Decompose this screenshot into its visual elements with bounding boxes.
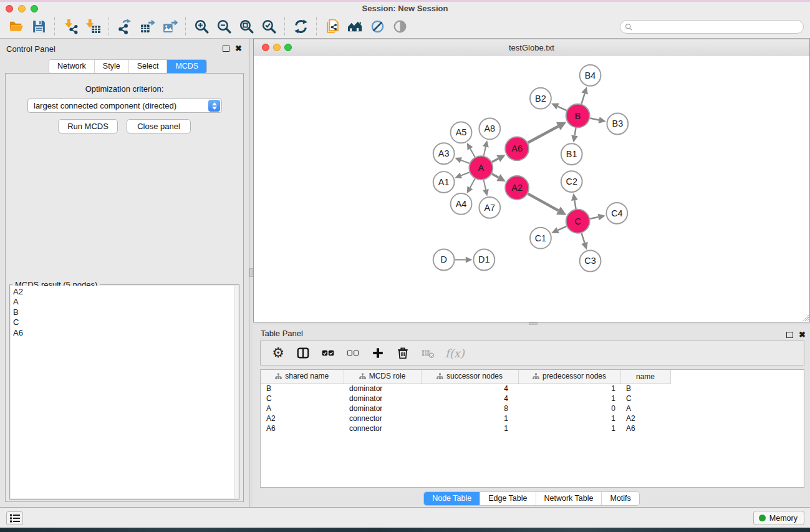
dropdown-stepper-icon[interactable] xyxy=(208,100,220,112)
zoom-out-icon[interactable] xyxy=(213,17,235,37)
node-B2[interactable]: B2 xyxy=(530,88,551,109)
edge-B-B3[interactable] xyxy=(590,118,599,120)
cell-successor-nodes[interactable]: 1 xyxy=(421,423,518,433)
refresh-layout-icon[interactable] xyxy=(289,17,312,37)
list-scrollbar[interactable] xyxy=(234,286,238,498)
tab-mcds[interactable]: MCDS xyxy=(167,60,206,73)
cell-MCDS-role[interactable]: connector xyxy=(344,414,421,423)
edge-A-A3[interactable] xyxy=(461,160,470,163)
float-panel-icon[interactable] xyxy=(223,46,229,52)
edge-C-C3[interactable] xyxy=(582,233,585,243)
table-row[interactable]: A6connector11A6 xyxy=(261,423,670,433)
function-builder-icon[interactable]: f(x) xyxy=(445,344,465,362)
search-input[interactable] xyxy=(635,21,803,32)
cell-predecessor-nodes[interactable]: 1 xyxy=(518,394,620,404)
cell-MCDS-role[interactable]: dominator xyxy=(344,394,421,404)
network-canvas[interactable]: B4B2BB3A8A5A6A3B1AC2A1A2A4A7C4CC1DD1C3 xyxy=(254,56,809,322)
edge-C-C1[interactable] xyxy=(558,226,567,230)
cell-shared-name[interactable]: A xyxy=(261,404,344,414)
node-A7[interactable]: A7 xyxy=(479,197,500,218)
tab-motifs[interactable]: Motifs xyxy=(602,492,639,505)
split-panel-icon[interactable] xyxy=(296,344,311,362)
zoom-in-icon[interactable] xyxy=(190,17,213,37)
node-B1[interactable]: B1 xyxy=(561,143,582,165)
edge-A-A7[interactable] xyxy=(484,180,486,190)
tab-node-table[interactable]: Node Table xyxy=(424,492,480,505)
close-panel-icon[interactable]: ✖ xyxy=(235,44,242,53)
edge-B-B1[interactable] xyxy=(575,128,576,135)
column-header-MCDS-role[interactable]: MCDS role xyxy=(344,370,421,384)
column-header-successor-nodes[interactable]: successor nodes xyxy=(421,370,518,384)
select-all-icon[interactable] xyxy=(321,344,335,362)
cell-successor-nodes[interactable]: 8 xyxy=(421,404,518,414)
node-C1[interactable]: C1 xyxy=(530,228,551,249)
hide-panels-icon[interactable] xyxy=(366,17,388,37)
zoom-fit-icon[interactable] xyxy=(235,17,258,37)
node-C2[interactable]: C2 xyxy=(561,171,582,192)
node-A2[interactable]: A2 xyxy=(505,176,529,200)
memory-button[interactable]: Memory xyxy=(753,511,804,525)
run-mcds-button[interactable]: Run MCDS xyxy=(58,119,118,133)
tab-select[interactable]: Select xyxy=(129,60,168,73)
cell-successor-nodes[interactable]: 1 xyxy=(421,414,518,423)
cell-name[interactable]: B xyxy=(620,384,670,394)
export-image-icon[interactable] xyxy=(158,17,181,37)
edge-A6-B[interactable] xyxy=(528,126,559,142)
clone-network-icon[interactable] xyxy=(321,17,344,37)
table-row[interactable]: Adominator80A xyxy=(261,404,670,414)
node-A4[interactable]: A4 xyxy=(451,193,472,215)
cell-shared-name[interactable]: A2 xyxy=(261,414,344,423)
cell-predecessor-nodes[interactable]: 1 xyxy=(518,384,620,394)
cell-shared-name[interactable]: B xyxy=(261,384,344,394)
tab-network[interactable]: Network xyxy=(49,60,95,73)
mcds-result-item[interactable]: A xyxy=(11,297,238,307)
zoom-selected-icon[interactable] xyxy=(258,17,280,37)
cell-predecessor-nodes[interactable]: 1 xyxy=(518,414,620,423)
network-window-titlebar[interactable]: testGlobe.txt xyxy=(254,39,809,56)
save-session-icon[interactable] xyxy=(27,17,50,37)
new-network-icon[interactable] xyxy=(113,17,136,37)
edge-A-A6[interactable] xyxy=(492,158,498,162)
cell-shared-name[interactable]: C xyxy=(261,394,344,404)
cell-predecessor-nodes[interactable]: 1 xyxy=(518,423,620,433)
cell-MCDS-role[interactable]: dominator xyxy=(344,384,421,394)
resize-grip-icon[interactable] xyxy=(801,313,809,321)
import-network-icon[interactable] xyxy=(59,17,82,37)
node-B3[interactable]: B3 xyxy=(607,114,628,135)
node-A6[interactable]: A6 xyxy=(505,137,529,160)
node-C3[interactable]: C3 xyxy=(580,251,601,272)
column-header-predecessor-nodes[interactable]: predecessor nodes xyxy=(518,370,620,384)
edge-A2-C[interactable] xyxy=(528,194,559,211)
close-panel-button[interactable]: Close panel xyxy=(127,119,191,133)
mcds-result-item[interactable]: B xyxy=(11,307,238,317)
edge-C-C2[interactable] xyxy=(574,200,576,209)
tab-network-table[interactable]: Network Table xyxy=(536,492,602,505)
cell-MCDS-role[interactable]: dominator xyxy=(344,404,421,414)
edge-A-A4[interactable] xyxy=(470,179,475,188)
task-history-button[interactable] xyxy=(6,511,23,525)
network-graph[interactable]: B4B2BB3A8A5A6A3B1AC2A1A2A4A7C4CC1DD1C3 xyxy=(254,56,809,322)
node-C4[interactable]: C4 xyxy=(606,203,627,224)
search-box[interactable] xyxy=(620,20,804,34)
cell-name[interactable]: A xyxy=(620,404,670,414)
tab-style[interactable]: Style xyxy=(95,60,129,73)
float-panel-icon[interactable] xyxy=(786,332,793,338)
cell-name[interactable]: A2 xyxy=(620,414,670,423)
node-B[interactable]: B xyxy=(566,104,590,128)
criterion-dropdown[interactable]: largest connected component (directed) xyxy=(27,99,222,113)
deselect-all-icon[interactable] xyxy=(345,344,360,362)
node-B4[interactable]: B4 xyxy=(580,65,601,86)
delete-column-icon[interactable] xyxy=(395,344,410,362)
mcds-result-list[interactable]: A2ABCA6 xyxy=(11,286,238,498)
cell-shared-name[interactable]: A6 xyxy=(261,423,344,433)
edge-B-B4[interactable] xyxy=(582,94,585,104)
cell-MCDS-role[interactable]: connector xyxy=(344,423,421,433)
mcds-result-item[interactable]: A6 xyxy=(11,328,238,338)
table-row[interactable]: Cdominator41C xyxy=(261,394,670,404)
close-panel-icon[interactable]: ✖ xyxy=(799,330,806,339)
open-file-icon[interactable] xyxy=(5,17,27,37)
node-A1[interactable]: A1 xyxy=(433,172,455,193)
edge-B-B2[interactable] xyxy=(557,107,566,111)
cybrowser-home-icon[interactable] xyxy=(344,17,366,37)
node-A8[interactable]: A8 xyxy=(479,118,500,140)
